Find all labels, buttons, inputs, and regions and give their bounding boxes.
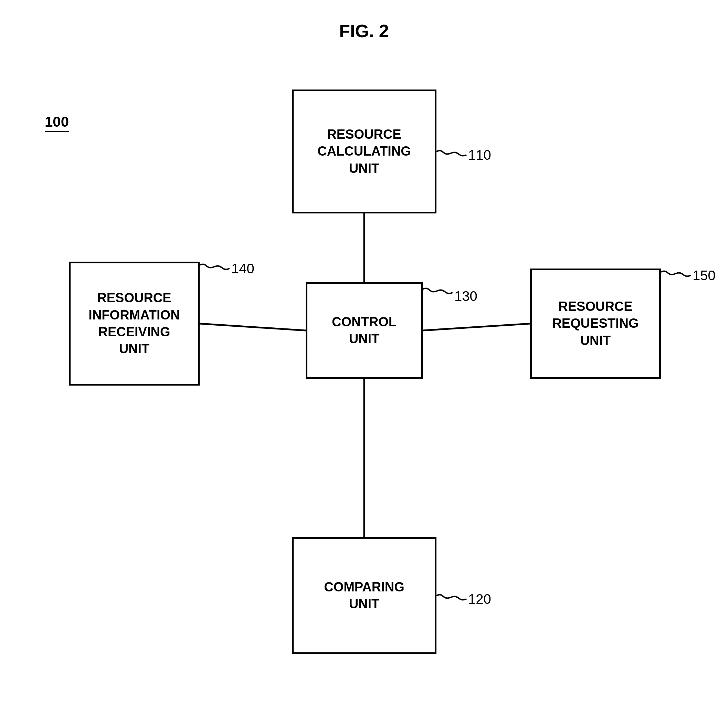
comparing-unit-box: COMPARING UNIT — [292, 537, 436, 654]
control-label: CONTROL UNIT — [332, 314, 397, 348]
svg-line-3 — [423, 324, 530, 331]
rru-label: RESOURCE REQUESTING UNIT — [552, 298, 638, 349]
ref-100-label: 100 — [45, 114, 69, 132]
figure-title: FIG. 2 — [339, 21, 389, 41]
ref-120-label: 120 — [468, 591, 491, 607]
svg-line-2 — [199, 324, 306, 331]
resource-calculating-unit-box: RESOURCE CALCULATING UNIT — [292, 90, 436, 214]
ref-150-label: 150 — [693, 268, 716, 283]
diagram-container: FIG. 2 100 RESOURCE CALCULATING UNIT 110 — [0, 0, 728, 704]
resource-requesting-unit-box: RESOURCE REQUESTING UNIT — [530, 269, 661, 379]
rcu-label: RESOURCE CALCULATING UNIT — [317, 126, 411, 177]
ref-140-label: 140 — [231, 261, 254, 276]
compare-label: COMPARING UNIT — [324, 579, 404, 613]
ref-110-label: 110 — [468, 147, 491, 163]
resource-info-receiving-unit-box: RESOURCE INFORMATION RECEIVING UNIT — [69, 262, 199, 386]
riru-label: RESOURCE INFORMATION RECEIVING UNIT — [88, 289, 180, 358]
ref-130-label: 130 — [454, 289, 477, 304]
control-unit-box: CONTROL UNIT — [306, 282, 423, 379]
